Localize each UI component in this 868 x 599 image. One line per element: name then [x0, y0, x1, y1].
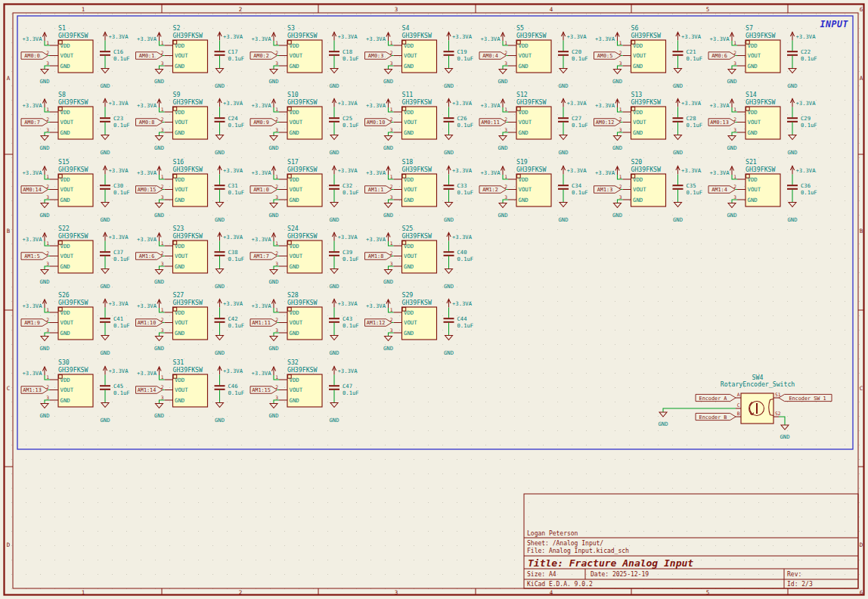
net-label[interactable]: AM0:9: [253, 119, 268, 126]
net-label[interactable]: AM0:2: [253, 53, 268, 59]
switch-unit-S29[interactable]: S29GH39FKSW1VDD2VOUT3GND+3.3VAAM1:12GND+…: [365, 291, 474, 356]
switch-unit-S17[interactable]: S17GH39FKSW1VDD2VOUT3GND+3.3VAAM1:0GND+3…: [250, 158, 359, 223]
switch-unit-S18[interactable]: S18GH39FKSW1VDD2VOUT3GND+3.3VAAM1:1GND+3…: [365, 158, 474, 223]
net-label[interactable]: AM1:4: [711, 187, 727, 193]
pin-number: 1: [275, 174, 278, 179]
net-label[interactable]: AM1:2: [482, 187, 498, 193]
power-net-label: +3.3VA: [567, 100, 587, 107]
gnd-label: GND: [40, 144, 50, 151]
pin-number: 3: [390, 61, 393, 66]
net-label[interactable]: AM0:0: [24, 53, 39, 59]
gnd-label: GND: [154, 278, 164, 285]
net-label[interactable]: AM1:11: [252, 320, 271, 326]
net-label[interactable]: AM1:8: [368, 253, 383, 259]
gnd-symbol-icon: [445, 269, 453, 274]
frame-column-label: 2: [239, 589, 243, 596]
switch-unit-S23[interactable]: S23GH39FKSW1VDD2VOUT3GND+3.3VAAM1:6GND+3…: [136, 225, 245, 290]
net-label[interactable]: AM0:12: [596, 119, 615, 126]
net-label[interactable]: AM0:6: [711, 53, 727, 59]
net-label[interactable]: AM1:5: [24, 253, 39, 259]
frame-column-label: 6: [860, 589, 863, 596]
net-label[interactable]: AM1:10: [138, 320, 157, 326]
switch-unit-S5[interactable]: S5GH39FKSW1VDD2VOUT3GND+3.3VAAM0:4GND+3.…: [479, 24, 588, 89]
net-label[interactable]: Encoder SW 1: [789, 396, 826, 402]
net-label[interactable]: AM0:13: [710, 119, 729, 126]
net-label[interactable]: AM1:14: [138, 387, 157, 393]
switch-unit-S12[interactable]: S12GH39FKSW1VDD2VOUT3GND+3.3VAAM0:11GND+…: [479, 91, 588, 156]
switch-unit-S11[interactable]: S11GH39FKSW1VDD2VOUT3GND+3.3VAAM0:10GND+…: [365, 91, 474, 156]
switch-unit-S20[interactable]: S20GH39FKSW1VDD2VOUT3GND+3.3VAAM1:3GND+3…: [594, 158, 703, 223]
switch-unit-S3[interactable]: S3GH39FKSW1VDD2VOUT3GND+3.3VAAM0:2GND+3.…: [250, 24, 359, 89]
net-label[interactable]: Encoder B: [699, 414, 727, 421]
schematic-canvas[interactable]: S1GH39FKSW1VDD2VOUT3GND+3.3VAAM0:0GND+3.…: [0, 0, 868, 599]
switch-unit-S10[interactable]: S10GH39FKSW1VDD2VOUT3GND+3.3VAAM0:9GND+3…: [250, 91, 359, 156]
switch-unit-S2[interactable]: S2GH39FKSW1VDD2VOUT3GND+3.3VAAM0:1GND+3.…: [136, 24, 245, 89]
switch-unit-S9[interactable]: S9GH39FKSW1VDD2VOUT3GND+3.3VAAM0:8GND+3.…: [136, 91, 245, 156]
power-net-label: +3.3VA: [710, 169, 730, 176]
net-label[interactable]: AM0:5: [597, 53, 612, 59]
switch-unit-S16[interactable]: S16GH39FKSW1VDD2VOUT3GND+3.3VAAM0:15GND+…: [136, 158, 245, 223]
wire: [389, 132, 394, 136]
net-label[interactable]: AM1:1: [368, 187, 383, 193]
net-label[interactable]: AM0:11: [481, 119, 500, 126]
gnd-label: GND: [498, 78, 508, 85]
pin-name: GND: [519, 129, 529, 136]
pin-number: 1: [390, 174, 393, 179]
rotary-encoder-unit[interactable]: SW4RotaryEncoder_SwitchACBEncoder AEncod…: [659, 374, 832, 440]
cap-value: 0.1uF: [228, 189, 245, 196]
net-label[interactable]: AM1:3: [597, 187, 612, 193]
gnd-symbol-icon: [728, 136, 736, 141]
switch-unit-S6[interactable]: S6GH39FKSW1VDD2VOUT3GND+3.3VAAM0:5GND+3.…: [594, 24, 703, 89]
switch-unit-S21[interactable]: S21GH39FKSW1VDD2VOUT3GND+3.3VAAM1:4GND+3…: [708, 158, 817, 223]
value-label: GH39FKSW: [287, 299, 318, 306]
switch-unit-S4[interactable]: S4GH39FKSW1VDD2VOUT3GND+3.3VAAM0:3GND+3.…: [365, 24, 474, 89]
switch-unit-S1[interactable]: S1GH39FKSW1VDD2VOUT3GND+3.3VAAM0:0GND+3.…: [21, 24, 130, 89]
reference-label: S11: [402, 91, 414, 98]
net-label[interactable]: AM1:0: [253, 187, 268, 193]
net-label[interactable]: AM1:6: [139, 253, 154, 259]
net-label[interactable]: AM0:8: [139, 119, 154, 126]
switch-unit-S15[interactable]: S15GH39FKSW1VDD2VOUT3GND+3.3VAAM0:14GND+…: [21, 158, 130, 223]
sheet-frame: 112233445566AABBCCDD: [5, 5, 864, 596]
switch-unit-S22[interactable]: S22GH39FKSW1VDD2VOUT3GND+3.3VAAM1:5GND+3…: [21, 225, 130, 290]
switch-unit-S14[interactable]: S14GH39FKSW1VDD2VOUT3GND+3.3VAAM0:13GND+…: [708, 91, 817, 156]
net-label[interactable]: AM1:7: [253, 253, 268, 259]
pin-number: 1: [390, 241, 393, 246]
net-label[interactable]: AM0:15: [138, 187, 157, 193]
net-label[interactable]: AM0:10: [367, 119, 386, 126]
switch-unit-S31[interactable]: S31GH39FKSW1VDD2VOUT3GND+3.3VAAM1:14GND+…: [136, 358, 245, 424]
switch-unit-S32[interactable]: S32GH39FKSW1VDD2VOUT3GND+3.3VAAM1:15GND+…: [250, 358, 359, 424]
title-block-date: Date: 2025-12-19: [591, 571, 649, 578]
power-net-label: +3.3VA: [109, 167, 129, 174]
power-net-label: +3.3VA: [681, 100, 702, 107]
switch-unit-S28[interactable]: S28GH39FKSW1VDD2VOUT3GND+3.3VAAM1:11GND+…: [250, 291, 359, 356]
power-net-label: +3.3VA: [23, 236, 43, 243]
switch-unit-S8[interactable]: S8GH39FKSW1VDD2VOUT3GND+3.3VAAM0:7GND+3.…: [21, 91, 130, 156]
gnd-symbol-icon: [674, 135, 682, 140]
switch-unit-S25[interactable]: S25GH39FKSW1VDD2VOUT3GND+3.3VAAM1:8GND+3…: [365, 225, 474, 290]
net-label[interactable]: AM0:7: [24, 119, 39, 126]
value-label: GH39FKSW: [173, 366, 203, 374]
switch-unit-S30[interactable]: S30GH39FKSW1VDD2VOUT3GND+3.3VAAM1:13GND+…: [21, 358, 130, 424]
cap-value: 0.1uF: [687, 189, 703, 196]
net-label[interactable]: AM1:15: [252, 387, 271, 393]
switch-unit-S13[interactable]: S13GH39FKSW1VDD2VOUT3GND+3.3VAAM0:12GND+…: [594, 91, 703, 156]
switch-unit-S7[interactable]: S7GH39FKSW1VDD2VOUT3GND+3.3VAAM0:6GND+3.…: [708, 24, 817, 89]
net-label[interactable]: AM1:13: [23, 387, 42, 393]
net-label[interactable]: AM0:1: [139, 53, 154, 59]
switch-unit-S19[interactable]: S19GH39FKSW1VDD2VOUT3GND+3.3VAAM1:2GND+3…: [479, 158, 588, 223]
net-label[interactable]: AM1:9: [24, 320, 39, 326]
reference-label: S30: [58, 358, 70, 366]
switch-unit-S24[interactable]: S24GH39FKSW1VDD2VOUT3GND+3.3VAAM1:7GND+3…: [250, 225, 359, 290]
net-label[interactable]: Encoder A: [699, 396, 727, 402]
title-block-file: File: Analog Input.kicad_sch: [527, 548, 629, 554]
switch-unit-S26[interactable]: S26GH39FKSW1VDD2VOUT3GND+3.3VAAM1:9GND+3…: [21, 291, 130, 356]
net-label[interactable]: AM0:3: [368, 53, 383, 59]
pin-number: 3: [390, 127, 393, 132]
switch-unit-S27[interactable]: S27GH39FKSW1VDD2VOUT3GND+3.3VAAM1:10GND+…: [136, 291, 245, 356]
net-label[interactable]: AM0:4: [482, 53, 498, 59]
gnd-symbol-icon: [781, 425, 789, 430]
power-net-label: +3.3VA: [481, 36, 501, 42]
net-label[interactable]: AM0:14: [23, 187, 42, 193]
net-label[interactable]: AM1:12: [367, 320, 386, 326]
